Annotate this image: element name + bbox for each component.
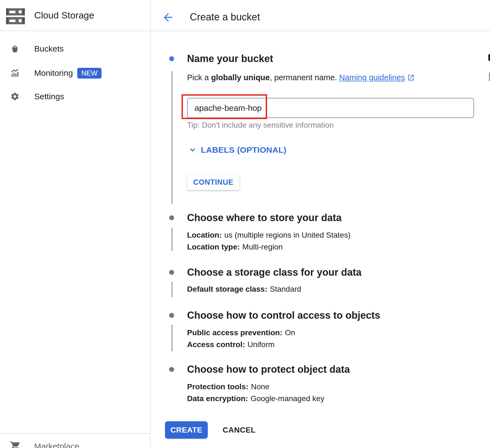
sidebar-item-label: Marketplace bbox=[34, 442, 79, 448]
labels-optional-label: LABELS (OPTIONAL) bbox=[201, 145, 286, 155]
sidebar-divider bbox=[0, 433, 150, 434]
sidebar-header: Cloud Storage bbox=[0, 0, 150, 31]
field-location-type: Location type:Multi-region bbox=[187, 242, 283, 252]
field-value: Standard bbox=[270, 285, 301, 293]
field-value: Google-managed key bbox=[251, 394, 324, 403]
page-title: Create a bucket bbox=[190, 10, 260, 24]
monitoring-icon bbox=[10, 68, 20, 78]
field-storage-class: Default storage class:Standard bbox=[187, 285, 301, 294]
header-divider bbox=[0, 31, 490, 31]
field-value: Multi-region bbox=[242, 243, 283, 251]
cancel-button[interactable]: CANCEL bbox=[223, 425, 256, 435]
desc-suffix: , permanent name. bbox=[270, 73, 339, 82]
cloud-storage-logo-icon bbox=[6, 8, 26, 26]
field-public-access: Public access prevention:On bbox=[187, 328, 295, 337]
sidebar-item-marketplace[interactable]: Marketplace bbox=[0, 438, 150, 448]
step-dot bbox=[169, 270, 174, 275]
step3-title: Choose a storage class for your data bbox=[187, 266, 361, 278]
create-button[interactable]: CREATE bbox=[165, 421, 208, 439]
field-value: us (multiple regions in United States) bbox=[224, 231, 351, 239]
sidebar-title: Cloud Storage bbox=[34, 0, 94, 31]
field-data-encryption: Data encryption:Google-managed key bbox=[187, 394, 324, 403]
sidebar-item-settings[interactable]: Settings bbox=[0, 87, 150, 106]
field-label: Access control: bbox=[187, 340, 245, 349]
sidebar-item-monitoring[interactable]: Monitoring NEW bbox=[0, 64, 150, 82]
field-label: Location: bbox=[187, 231, 222, 239]
back-button[interactable] bbox=[162, 11, 174, 24]
field-label: Public access prevention: bbox=[187, 328, 282, 337]
sidebar-item-label: Settings bbox=[34, 92, 64, 101]
bucket-icon bbox=[10, 44, 20, 54]
field-location: Location:us (multiple regions in United … bbox=[187, 230, 351, 240]
field-value: On bbox=[285, 328, 295, 337]
step1-title: Name your bucket bbox=[187, 53, 273, 65]
field-value: Uniform bbox=[247, 340, 275, 349]
stepper-connector bbox=[172, 325, 172, 351]
desc-bold: globally unique bbox=[211, 73, 270, 82]
step-dot bbox=[169, 313, 174, 318]
step-dot-active bbox=[169, 56, 174, 61]
naming-guidelines-link[interactable]: Naming guidelines bbox=[339, 73, 405, 82]
field-label: Protection tools: bbox=[187, 382, 248, 391]
step4-title: Choose how to control access to objects bbox=[187, 309, 380, 321]
bucket-name-input[interactable] bbox=[187, 98, 474, 118]
step1-description: Pick a globally unique, permanent name. … bbox=[187, 73, 415, 83]
input-tip: Tip: Don’t include any sensitive informa… bbox=[187, 121, 334, 130]
gear-icon bbox=[10, 92, 20, 101]
sidebar-item-label: Monitoring bbox=[34, 68, 73, 78]
stepper-connector bbox=[172, 71, 172, 204]
clipped-content-fragment bbox=[489, 73, 490, 81]
stepper-connector bbox=[172, 228, 172, 251]
step-dot bbox=[169, 367, 174, 372]
sidebar-item-buckets[interactable]: Buckets bbox=[0, 39, 150, 58]
step-dot bbox=[169, 215, 174, 220]
step5-title: Choose how to protect object data bbox=[187, 363, 350, 375]
field-protection-tools: Protection tools:None bbox=[187, 382, 269, 391]
open-in-new-icon bbox=[407, 74, 415, 83]
field-label: Location type: bbox=[187, 243, 240, 251]
field-label: Data encryption: bbox=[187, 394, 248, 403]
field-access-control: Access control:Uniform bbox=[187, 340, 275, 349]
stepper-connector bbox=[172, 282, 172, 297]
sidebar-item-label: Buckets bbox=[34, 44, 64, 53]
new-badge: NEW bbox=[77, 68, 102, 79]
step2-title: Choose where to store your data bbox=[187, 212, 342, 224]
chevron-down-icon bbox=[188, 145, 198, 155]
field-label: Default storage class: bbox=[187, 285, 267, 293]
labels-optional-toggle[interactable]: LABELS (OPTIONAL) bbox=[188, 145, 286, 155]
desc-prefix: Pick a bbox=[187, 73, 211, 82]
continue-button[interactable]: CONTINUE bbox=[187, 174, 239, 190]
cart-icon bbox=[10, 441, 21, 448]
field-value: None bbox=[251, 382, 269, 391]
create-bucket-page: Cloud Storage Buckets bbox=[0, 0, 490, 448]
clipped-content-fragment bbox=[488, 54, 490, 61]
sidebar: Cloud Storage Buckets bbox=[0, 0, 151, 448]
